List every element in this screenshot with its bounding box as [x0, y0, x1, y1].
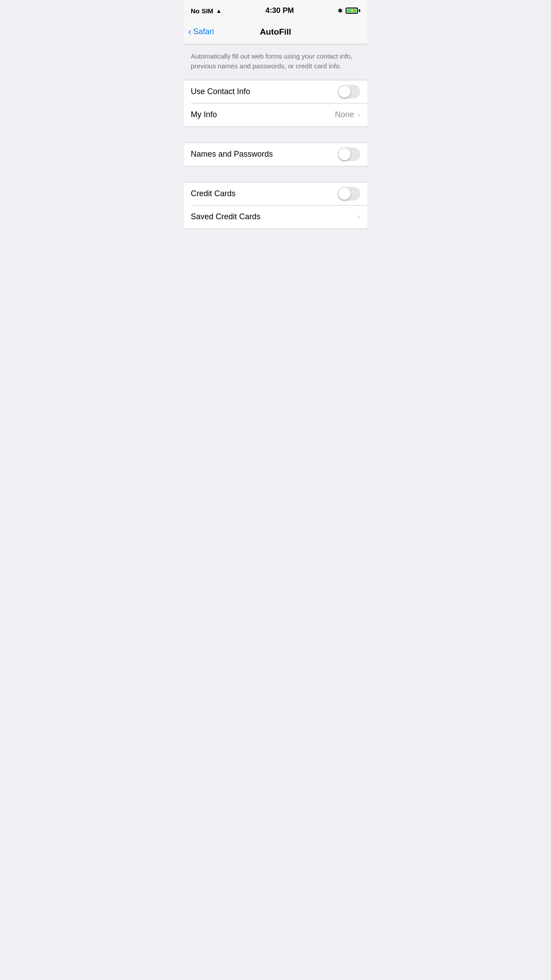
credit-cards-label: Credit Cards	[191, 189, 236, 198]
status-bar: No SIM ▲ 4:30 PM ✱ ⚡	[184, 0, 367, 20]
use-contact-info-row: Use Contact Info	[184, 80, 367, 103]
battery-tip	[359, 9, 360, 12]
navigation-bar: ‹ Safari AutoFill	[184, 20, 367, 44]
status-time: 4:30 PM	[265, 6, 294, 15]
my-info-row[interactable]: My Info None ›	[184, 103, 367, 126]
page-title: AutoFill	[260, 27, 291, 37]
my-info-value: None	[335, 110, 354, 119]
credit-cards-toggle-thumb	[338, 188, 350, 200]
my-info-chevron-icon: ›	[358, 110, 360, 119]
battery-bolt-icon: ⚡	[350, 8, 354, 13]
use-contact-info-label: Use Contact Info	[191, 87, 250, 96]
bluetooth-icon: ✱	[338, 7, 343, 14]
bottom-spacer	[184, 229, 367, 318]
back-chevron-icon: ‹	[188, 27, 191, 37]
use-contact-info-toggle[interactable]	[338, 85, 360, 99]
names-passwords-label: Names and Passwords	[191, 150, 273, 159]
saved-credit-cards-row[interactable]: Saved Credit Cards ›	[184, 205, 367, 229]
description-section: Automatically fill out web forms using y…	[184, 44, 367, 80]
names-passwords-row: Names and Passwords	[184, 143, 367, 166]
use-contact-info-right	[338, 85, 360, 99]
battery-body: ⚡	[346, 8, 358, 14]
description-text: Automatically fill out web forms using y…	[191, 51, 360, 71]
names-passwords-group: Names and Passwords	[184, 142, 367, 166]
wifi-icon: ▲	[216, 8, 222, 14]
credit-cards-group: Credit Cards Saved Credit Cards ›	[184, 182, 367, 229]
credit-cards-row: Credit Cards	[184, 182, 367, 205]
names-passwords-toggle-thumb	[338, 148, 350, 160]
names-passwords-toggle[interactable]	[338, 147, 360, 161]
saved-credit-cards-right: ›	[358, 212, 360, 221]
carrier-label: No SIM	[191, 7, 213, 15]
back-button[interactable]: ‹ Safari	[188, 27, 214, 37]
use-contact-info-toggle-thumb	[338, 86, 350, 98]
my-info-right: None ›	[335, 110, 360, 119]
battery-container: ⚡	[346, 8, 360, 14]
status-left: No SIM ▲	[191, 7, 222, 15]
spacer-1	[184, 127, 367, 142]
credit-cards-toggle[interactable]	[338, 187, 360, 201]
status-right: ✱ ⚡	[338, 7, 360, 14]
spacer-2	[184, 166, 367, 182]
saved-credit-cards-label: Saved Credit Cards	[191, 212, 260, 221]
contact-info-group: Use Contact Info My Info None ›	[184, 80, 367, 127]
saved-credit-cards-chevron-icon: ›	[358, 212, 360, 221]
credit-cards-right	[338, 187, 360, 201]
names-passwords-right	[338, 147, 360, 161]
my-info-label: My Info	[191, 110, 217, 119]
back-button-label: Safari	[193, 27, 214, 36]
